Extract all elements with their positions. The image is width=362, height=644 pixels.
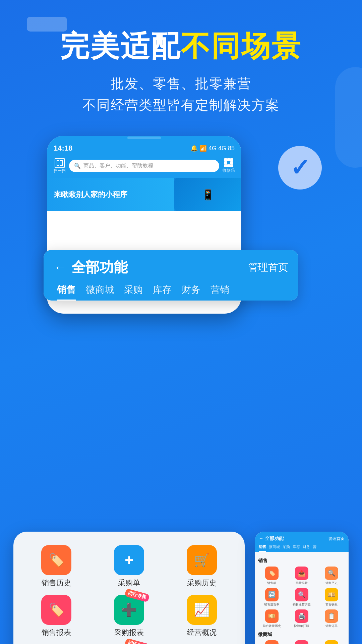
function-card-title-text: 全部功能	[71, 258, 128, 277]
right-phone-body: 销售 🏷️ 销售单 📤 批量推款 🔍 销售历史 ↩️	[255, 552, 349, 644]
manage-home-button[interactable]: 管理首页	[248, 261, 288, 274]
icon-label-purchase-order: 采购单	[118, 578, 140, 588]
right-section-title-wechat: 微商城	[258, 632, 345, 638]
tab-purchase[interactable]: 采购	[124, 283, 143, 301]
icon-label-business-overview: 经营概况	[187, 628, 217, 638]
function-card-title: ← 全部功能	[54, 258, 128, 277]
main-background: 完美适配不同场景 批发、零售、批零兼营 不同经营类型皆有定制解决方案 ✓ 14:…	[0, 0, 362, 644]
qr-label: 收款码	[223, 168, 235, 173]
list-item: 💴 前台收银历史	[258, 609, 285, 628]
right-tab-purchase[interactable]: 采购	[283, 544, 290, 552]
phone-area: ✓ 14:18 🔔 📶 4G 4G 85	[30, 136, 332, 324]
right-tab-finance[interactable]: 财务	[303, 544, 310, 552]
tab-marketing[interactable]: 营销	[210, 283, 229, 301]
list-item: 🛍️ 上架商品	[318, 640, 345, 644]
icon-label-sales-history: 销售历史	[42, 578, 71, 588]
icon-label-purchase-report: 采购报表	[114, 628, 144, 638]
right-phone-manage-home[interactable]: 管理首页	[328, 536, 345, 542]
phone-search-bar: 扫一扫 🔍 商品、客户、功能、帮助教程 收款码	[47, 155, 241, 178]
right-tab-marketing[interactable]: 营	[313, 544, 316, 552]
function-card-header: ← 全部功能 管理首页 销售 微商城 采购 库存 财务 营销	[44, 250, 298, 301]
list-item: 🛒 采购历史	[169, 545, 235, 588]
list-item: 🖨️ 快速单打印	[288, 609, 315, 628]
list-item: 🔍 销售历史	[318, 567, 345, 585]
right-sales-grid: 🏷️ 销售单 📤 批量推款 🔍 销售历史 ↩️ 销售退货单	[258, 567, 345, 628]
hero-title: 完美适配不同场景	[20, 27, 342, 66]
bottom-section: 🏷️ 销售历史 + 采购单 🛒 采购历史	[0, 532, 362, 644]
scan-label: 扫一扫	[54, 168, 66, 174]
back-arrow-icon[interactable]: ←	[54, 260, 66, 275]
right-icon-label: 前台收银历史	[263, 624, 281, 628]
phone-status-icons: 🔔 📶 4G 4G 85	[190, 145, 235, 152]
list-item: ➕ 同行专属 采购报表	[96, 595, 162, 638]
qr-icon-box: 收款码	[223, 158, 235, 173]
hero-subtitle: 批发、零售、批零兼营 不同经营类型皆有定制解决方案	[20, 73, 342, 116]
list-item: 🏷️ 销售历史	[23, 545, 89, 588]
right-icon-label: 销售退货历史	[293, 602, 311, 607]
right-icon-label: 销售历史	[325, 581, 338, 585]
right-tab-sales[interactable]: 销售	[259, 544, 266, 552]
hero-title-part1: 完美适配	[60, 30, 181, 62]
list-item: 📤 批量推款	[288, 567, 315, 585]
phone-banner: 来瞅瞅别人家的小程序 📱	[47, 178, 241, 211]
icon-label-purchase-history: 采购历史	[187, 578, 217, 588]
icon-label-sales-report: 销售报表	[42, 628, 71, 638]
list-item: 💴 前台收银	[318, 588, 345, 607]
hero-subtitle-line1: 批发、零售、批零兼营	[20, 73, 342, 94]
tab-finance[interactable]: 财务	[182, 283, 200, 301]
right-phone-back-arrow[interactable]: ← 全部功能	[259, 536, 284, 542]
hero-subtitle-line2: 不同经营类型皆有定制解决方案	[20, 94, 342, 116]
right-section-title-sales: 销售	[258, 558, 345, 564]
function-tabs: 销售 微商城 采购 库存 财务 营销	[54, 283, 288, 301]
list-item: 📈 经营概况	[169, 595, 235, 638]
check-icon: ✓	[290, 154, 310, 181]
phone-time: 14:18	[54, 144, 72, 153]
scan-icon-box: 扫一扫	[54, 158, 66, 174]
right-tab-inventory[interactable]: 库存	[293, 544, 300, 552]
list-item: 🏷️ 销售报表	[23, 595, 89, 638]
list-item: 📋 订单处理	[258, 640, 285, 644]
list-item: 📋 销售订单	[318, 609, 345, 628]
right-phone-tabs: 销售 微商城 采购 库存 财务 营	[259, 544, 345, 552]
tab-wechat-mall[interactable]: 微商城	[86, 283, 114, 301]
right-icon-label: 快速单打印	[294, 624, 309, 628]
icon-grid: 🏷️ 销售历史 + 采购单 🛒 采购历史	[20, 542, 238, 644]
tab-inventory[interactable]: 库存	[153, 283, 172, 301]
right-icon-label: 批量推款	[296, 581, 308, 585]
right-phone-title: ← 全部功能	[259, 536, 284, 542]
list-item: 🔍 销售退货历史	[288, 588, 315, 607]
list-item: 💬 客服消息	[288, 640, 315, 644]
right-icon-label: 销售订单	[325, 624, 338, 628]
right-phone-title-row: ← 全部功能 管理首页	[259, 536, 345, 542]
phone-banner-image: 📱	[174, 178, 241, 211]
tab-sales[interactable]: 销售	[57, 283, 76, 301]
phone-status-bar: 14:18 🔔 📶 4G 4G 85	[47, 140, 241, 155]
phone-search-input[interactable]: 🔍 商品、客户、功能、帮助教程	[69, 160, 219, 172]
list-item: + 采购单	[96, 545, 162, 588]
top-tag-decoration	[27, 17, 67, 32]
check-circle: ✓	[278, 146, 322, 190]
function-card-title-row: ← 全部功能 管理首页	[54, 258, 288, 277]
list-item: ↩️ 销售退货单	[258, 588, 285, 607]
left-phone-mockup: 🏷️ 销售历史 + 采购单 🛒 采购历史	[13, 532, 245, 644]
list-item: 🏷️ 销售单	[258, 567, 285, 585]
search-placeholder-text: 商品、客户、功能、帮助教程	[83, 162, 153, 169]
right-wechat-grid: 📋 订单处理 💬 客服消息 🛍️ 上架商品 🔒 我的锁货宝	[258, 640, 345, 644]
right-phone-mockup: ← 全部功能 管理首页 销售 微商城 采购 库存 财务 营 销售	[255, 532, 349, 644]
phone-banner-text: 来瞅瞅别人家的小程序	[54, 190, 127, 200]
hero-title-highlight: 不同场景	[181, 30, 302, 62]
function-card: ← 全部功能 管理首页 销售 微商城 采购 库存 财务 营销	[44, 250, 298, 301]
right-phone-header: ← 全部功能 管理首页 销售 微商城 采购 库存 财务 营	[255, 532, 349, 552]
right-icon-label: 销售单	[267, 581, 276, 585]
right-tab-wechat[interactable]: 微商城	[269, 544, 280, 552]
bg-circle-decoration	[335, 67, 362, 168]
right-icon-label: 销售退货单	[264, 602, 279, 607]
right-icon-label: 前台收银	[325, 602, 338, 607]
